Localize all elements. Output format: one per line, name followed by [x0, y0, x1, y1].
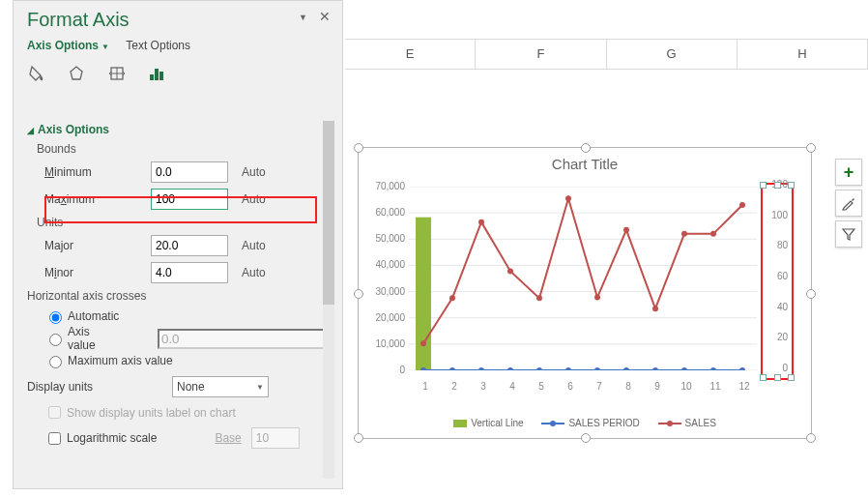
svg-point-16 — [478, 367, 484, 370]
svg-point-33 — [623, 227, 629, 233]
svg-point-15 — [449, 367, 455, 370]
svg-point-35 — [681, 231, 687, 237]
svg-point-25 — [739, 367, 745, 370]
show-units-label-check: Show display units label on chart — [44, 403, 334, 422]
minimum-input[interactable] — [151, 161, 228, 183]
svg-point-37 — [739, 202, 745, 208]
svg-rect-13 — [416, 218, 431, 370]
scrollbar-thumb[interactable] — [323, 121, 334, 305]
section-axis-options[interactable]: ◢Axis Options — [27, 123, 334, 136]
display-units-select[interactable]: None▼ — [172, 376, 269, 397]
svg-point-22 — [652, 367, 658, 370]
display-units-row: Display units None▼ — [27, 376, 334, 397]
svg-point-26 — [420, 340, 426, 346]
units-minor-row: Minor Auto — [44, 260, 334, 285]
chart-elements-button[interactable]: + — [835, 159, 862, 186]
svg-point-19 — [565, 367, 571, 370]
svg-point-32 — [594, 295, 600, 301]
svg-rect-3 — [155, 69, 159, 80]
svg-point-23 — [681, 367, 687, 370]
panel-menu-icon[interactable]: ▼ — [299, 13, 307, 22]
svg-point-41 — [667, 421, 673, 426]
log-scale-checkbox[interactable] — [48, 432, 61, 445]
minor-auto[interactable]: Auto — [242, 266, 266, 279]
panel-scroll: ◢Axis Options Bounds Minimum Auto Maximu… — [27, 115, 334, 479]
chart-object[interactable]: Chart Title 010,00020,00030,00040,00050,… — [358, 147, 812, 439]
svg-point-31 — [565, 195, 571, 201]
bounds-minimum-row: Minimum Auto — [44, 160, 334, 185]
radio-max-axis-value[interactable]: Maximum axis value — [44, 351, 334, 370]
minor-input[interactable] — [151, 262, 228, 283]
chart-legend[interactable]: Vertical Line SALES PERIOD SALES — [359, 418, 811, 428]
radio-axis-value[interactable]: Axis value — [44, 329, 334, 348]
format-axis-panel: Format Axis ▼ ✕ Axis Options▼ Text Optio… — [13, 0, 343, 489]
svg-point-30 — [536, 295, 542, 301]
bounds-label: Bounds — [37, 142, 334, 156]
col-f[interactable]: F — [476, 40, 606, 69]
svg-point-39 — [550, 421, 556, 426]
radio-axis-value-input[interactable] — [49, 334, 62, 346]
tab-axis-options[interactable]: Axis Options▼ — [27, 39, 109, 52]
svg-point-24 — [710, 367, 716, 370]
axis-category-icons — [14, 60, 342, 93]
base-label: Base — [215, 431, 241, 445]
svg-point-21 — [623, 367, 629, 370]
close-icon[interactable]: ✕ — [319, 9, 331, 24]
chart-filter-button[interactable] — [835, 220, 862, 248]
col-e[interactable]: E — [345, 40, 476, 69]
svg-point-20 — [594, 367, 600, 370]
major-auto[interactable]: Auto — [242, 239, 266, 252]
col-g[interactable]: G — [607, 40, 738, 69]
chart-plot-area[interactable] — [409, 187, 757, 370]
svg-rect-4 — [159, 72, 163, 80]
size-icon[interactable] — [107, 64, 134, 83]
svg-point-27 — [449, 295, 455, 301]
major-input[interactable] — [151, 235, 228, 256]
svg-point-18 — [536, 367, 542, 370]
units-label: Units — [37, 216, 334, 229]
col-h[interactable]: H — [738, 40, 868, 69]
svg-point-17 — [507, 367, 513, 370]
tab-text-options[interactable]: Text Options — [126, 39, 190, 52]
minimum-auto[interactable]: Auto — [242, 165, 266, 179]
maximum-input[interactable] — [151, 189, 228, 210]
bounds-maximum-row: Maximum Auto — [44, 187, 334, 212]
column-headers: E F G H — [345, 39, 868, 70]
chart-title[interactable]: Chart Title — [359, 156, 811, 172]
svg-point-36 — [710, 231, 716, 237]
chart-styles-button[interactable] — [835, 190, 862, 217]
panel-title: Format Axis — [27, 9, 130, 30]
axis-value-input[interactable] — [158, 329, 329, 349]
svg-point-29 — [507, 268, 513, 274]
axis-options-icon[interactable] — [147, 64, 174, 83]
radio-max-axis-value-input[interactable] — [49, 356, 62, 368]
log-scale-check[interactable]: Logarithmic scale Base — [44, 427, 334, 449]
svg-point-28 — [478, 219, 484, 225]
show-units-checkbox — [48, 406, 61, 419]
radio-automatic-input[interactable] — [49, 311, 62, 324]
effects-icon[interactable] — [67, 64, 94, 83]
units-major-row: Major Auto — [44, 233, 334, 258]
hcross-label: Horizontal axis crosses — [27, 289, 334, 303]
svg-marker-0 — [71, 67, 82, 79]
radio-automatic[interactable]: Automatic — [44, 307, 334, 326]
svg-rect-2 — [150, 74, 154, 80]
base-input — [251, 427, 300, 449]
fill-icon[interactable] — [27, 64, 54, 83]
svg-point-34 — [652, 306, 658, 311]
maximum-auto[interactable]: Auto — [242, 192, 266, 206]
secondary-axis-highlight: 020406080100120 — [761, 183, 794, 380]
